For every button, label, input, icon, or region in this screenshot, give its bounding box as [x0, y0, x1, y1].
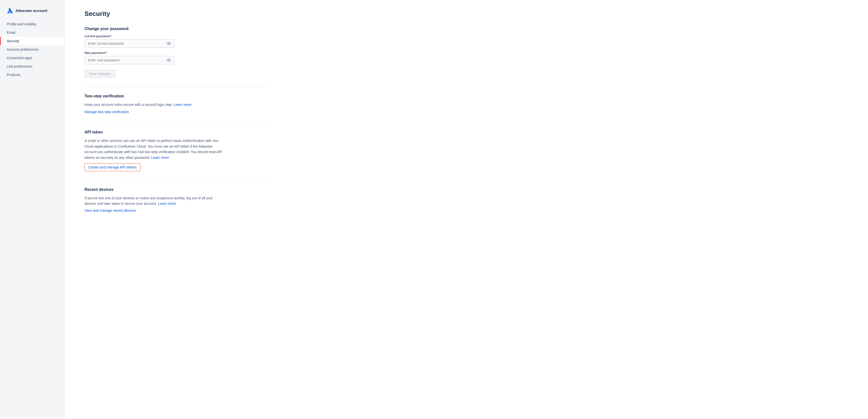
sidebar-item-email[interactable]: Email — [0, 28, 64, 37]
eye-icon — [166, 58, 171, 62]
sidebar-nav: Profile and visibility Email Security Ac… — [0, 20, 64, 79]
sidebar-item-profile[interactable]: Profile and visibility — [0, 20, 64, 28]
new-password-wrapper — [85, 56, 174, 64]
current-password-required: * — [111, 35, 112, 38]
api-token-title: API token — [85, 130, 269, 134]
new-password-group: New password * — [85, 51, 269, 64]
recent-devices-learn-more-link[interactable]: Learn more — [158, 201, 176, 205]
svg-point-1 — [168, 60, 169, 61]
sidebar: Atlassian account Profile and visibility… — [0, 0, 65, 419]
recent-devices-description: If you've lost one of your devices or no… — [85, 195, 224, 206]
divider-3 — [85, 180, 269, 181]
svg-point-0 — [168, 43, 169, 44]
sidebar-item-account-preferences[interactable]: Account preferences — [0, 45, 64, 54]
sidebar-item-link-preferences[interactable]: Link preferences — [0, 62, 64, 71]
current-password-group: Current password * — [85, 35, 269, 48]
eye-icon — [166, 41, 171, 46]
api-token-section: API token A script or other process can … — [85, 130, 269, 171]
new-password-label: New password * — [85, 51, 269, 55]
view-recent-devices-link[interactable]: View and manage recent devices — [85, 208, 269, 213]
page-title: Security — [85, 10, 269, 18]
app-title: Atlassian account — [16, 8, 47, 13]
new-password-input[interactable] — [85, 56, 174, 64]
two-step-description: Keep your account extra secure with a se… — [85, 102, 269, 107]
api-token-learn-more-link[interactable]: Learn more — [151, 156, 169, 160]
main-content: Security Change your password Current pa… — [65, 0, 288, 419]
api-token-description: A script or other process can use an API… — [85, 138, 224, 160]
recent-devices-title: Recent devices — [85, 187, 269, 192]
divider-2 — [85, 123, 269, 123]
two-step-title: Two-step verification — [85, 94, 269, 98]
current-password-wrapper — [85, 39, 174, 48]
sidebar-item-connected-apps[interactable]: Connected apps — [0, 54, 64, 62]
new-password-toggle-btn[interactable] — [166, 57, 172, 63]
sidebar-header: Atlassian account — [0, 5, 64, 20]
change-password-section: Change your password Current password * — [85, 27, 269, 78]
manage-two-step-link[interactable]: Manage two-step verification — [85, 110, 269, 114]
change-password-title: Change your password — [85, 27, 269, 31]
current-password-toggle-btn[interactable] — [166, 41, 172, 46]
current-password-label: Current password * — [85, 35, 269, 38]
current-password-input[interactable] — [85, 39, 174, 48]
sidebar-item-products[interactable]: Products — [0, 71, 64, 79]
sidebar-item-security[interactable]: Security — [0, 37, 64, 45]
two-step-learn-more-link[interactable]: Learn more — [174, 103, 192, 107]
atlassian-logo-icon — [6, 7, 13, 14]
recent-devices-section: Recent devices If you've lost one of you… — [85, 187, 269, 213]
new-password-required: * — [106, 51, 107, 55]
create-api-token-button[interactable]: Create and manage API tokens — [85, 163, 141, 171]
save-changes-button[interactable]: Save changes — [85, 70, 115, 78]
two-step-section: Two-step verification Keep your account … — [85, 94, 269, 114]
